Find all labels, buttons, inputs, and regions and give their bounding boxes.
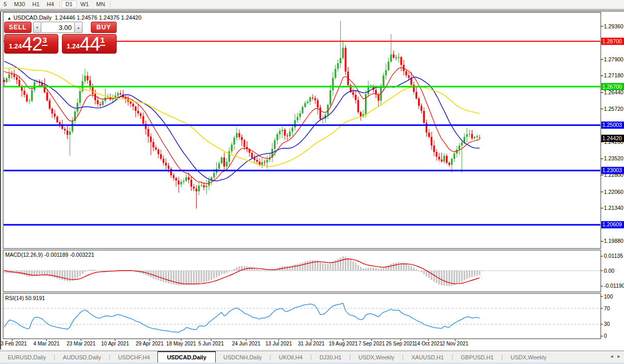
sell-price-figure: 1.24 [9, 42, 22, 50]
one-click-trading-panel: SELL ▼ ▲ BUY 1.24423 1.24441 [4, 22, 117, 54]
chart-ohlc-values: 1.24446 1.24576 1.24375 1.24420 [55, 14, 141, 21]
svg-text:13 Jul 2021: 13 Jul 2021 [265, 341, 292, 346]
svg-text:30: 30 [604, 321, 610, 327]
chart-symbol-label: USDCAD,Daily [13, 14, 52, 21]
tab-scroll-right-button[interactable]: ► [617, 354, 621, 359]
sell-price-point: 3 [42, 36, 47, 46]
buy-price-figure: 1.24 [67, 42, 79, 50]
volume-spinner: ▼ ▲ [33, 22, 83, 33]
volume-increase-button[interactable]: ▲ [74, 22, 83, 33]
rsi-indicator-label: RSI(14) 50.9191 [5, 295, 45, 301]
svg-text:13 Feb 2021: 13 Feb 2021 [0, 341, 27, 346]
svg-text:1.23003: 1.23003 [602, 167, 622, 173]
sell-price-pips: 42 [22, 37, 42, 52]
svg-text:1.23520: 1.23520 [604, 155, 623, 161]
svg-text:1.20609: 1.20609 [602, 221, 622, 227]
svg-text:1.19880: 1.19880 [604, 238, 623, 244]
svg-text:1.25720: 1.25720 [604, 106, 623, 112]
tab-scroll-left-button[interactable]: ◄ [610, 354, 614, 359]
svg-text:29 Apr 2021: 29 Apr 2021 [136, 341, 164, 346]
macd-indicator-label: MACD(12,26,9) -0.001189 -0.003221 [5, 252, 94, 258]
svg-text:1.27900: 1.27900 [604, 56, 623, 62]
chart-header: ▲USDCAD,Daily 1.24446 1.24576 1.24375 1.… [7, 14, 141, 21]
svg-text:19 Aug 2021: 19 Aug 2021 [329, 341, 358, 346]
svg-text:1.27180: 1.27180 [604, 72, 623, 78]
svg-text:10 Apr 2021: 10 Apr 2021 [101, 341, 129, 346]
svg-text:1.22060: 1.22060 [604, 189, 623, 195]
buy-price-pips: 44 [79, 37, 100, 52]
buy-price-box[interactable]: 1.24441 [62, 34, 117, 54]
svg-text:5 Jun 2021: 5 Jun 2021 [198, 341, 224, 346]
svg-text:23 Mar 2021: 23 Mar 2021 [67, 341, 96, 346]
svg-text:1.24420: 1.24420 [602, 135, 622, 141]
svg-text:2 Nov 2021: 2 Nov 2021 [442, 341, 469, 346]
tab-scroll-arrows: ◄► [608, 354, 622, 359]
svg-text:18 May 2021: 18 May 2021 [166, 341, 196, 346]
svg-text:70: 70 [604, 305, 610, 311]
svg-text:1.25003: 1.25003 [602, 122, 622, 128]
svg-text:4 Mar 2021: 4 Mar 2021 [34, 341, 60, 346]
buy-button[interactable]: BUY [91, 22, 117, 33]
svg-text:-0.011904: -0.011904 [604, 283, 624, 289]
svg-text:1.29360: 1.29360 [604, 23, 623, 29]
svg-text:0.01135: 0.01135 [604, 253, 623, 259]
svg-text:0: 0 [604, 333, 607, 339]
svg-text:1.21340: 1.21340 [604, 205, 623, 211]
chart-collapse-arrow-icon: ▲ [7, 16, 11, 21]
svg-text:7 Sep 2021: 7 Sep 2021 [358, 341, 385, 346]
svg-text:31 Jul 2021: 31 Jul 2021 [298, 341, 325, 346]
svg-text:24 Jun 2021: 24 Jun 2021 [232, 341, 260, 346]
sell-price-box[interactable]: 1.24423 [4, 34, 58, 54]
svg-text:100: 100 [604, 293, 613, 300]
svg-text:25 Sep 2021: 25 Sep 2021 [386, 341, 415, 346]
svg-text:14 Oct 2021: 14 Oct 2021 [414, 341, 443, 346]
volume-decrease-button[interactable]: ▼ [33, 22, 41, 33]
svg-text:0.00: 0.00 [604, 268, 615, 274]
svg-text:1.26700: 1.26700 [602, 84, 622, 90]
down-arrow-icon: ▼ [36, 26, 39, 29]
svg-text:1.28700: 1.28700 [602, 38, 622, 44]
sell-button[interactable]: SELL [4, 22, 31, 33]
volume-input[interactable] [41, 22, 74, 33]
buy-price-point: 1 [100, 36, 105, 46]
up-arrow-icon: ▲ [77, 26, 81, 29]
